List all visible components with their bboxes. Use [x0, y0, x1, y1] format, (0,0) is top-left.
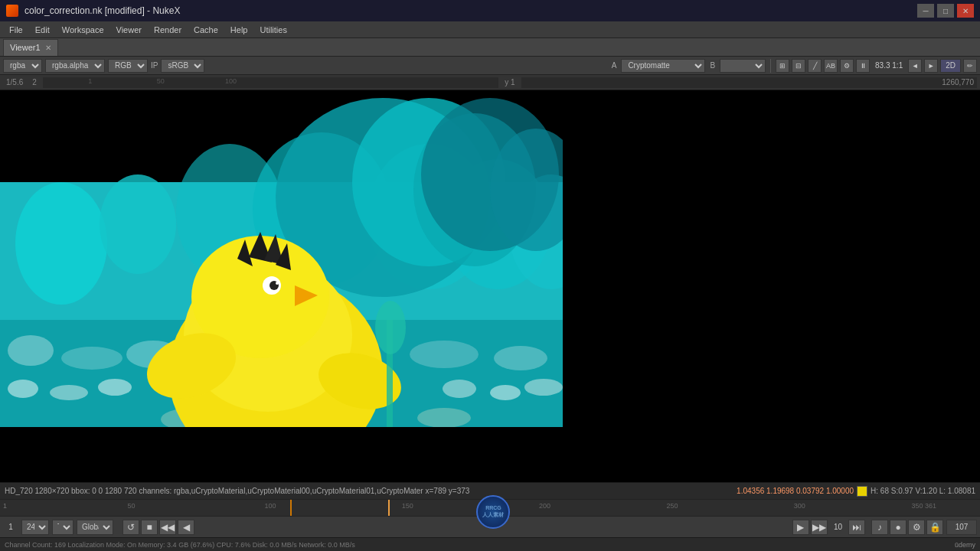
loop-btn[interactable]: ↺ [122, 520, 139, 535]
next-frame-btn[interactable]: ▶▶ [811, 520, 828, 535]
window-title: color_correction.nk [modified] - NukeX [24, 5, 911, 16]
x-coord-label: 1/5.6 [3, 78, 26, 86]
view-2d-button[interactable]: 2D [940, 59, 961, 73]
pen-icon[interactable]: ✏ [963, 59, 977, 73]
lock-btn[interactable]: 🔒 [926, 520, 943, 535]
watermark-logo: RRCG人人素材 [476, 495, 510, 529]
menu-bar: File Edit Workspace Viewer Render Cache … [0, 21, 980, 38]
minimize-button[interactable]: ─ [917, 4, 934, 18]
record-btn[interactable]: ● [890, 520, 906, 535]
horizontal-ruler: 1 50 100 [43, 77, 498, 88]
svg-point-4 [100, 174, 176, 274]
canvas-area[interactable] [0, 90, 563, 427]
menu-render[interactable]: Render [148, 21, 188, 37]
ip-label: IP [151, 61, 158, 70]
timeline-label-50: 50 [127, 502, 135, 510]
fps-select[interactable]: 24* 24 30 [21, 520, 49, 535]
title-bar: color_correction.nk [modified] - NukeX ─… [0, 0, 980, 21]
prev-frame-btn[interactable]: ◀◀ [159, 520, 176, 535]
playhead-1 [290, 500, 292, 516]
svg-point-14 [61, 347, 122, 370]
svg-point-43 [375, 301, 406, 354]
y-coord-label: y 1 [501, 78, 518, 86]
alpha-select[interactable]: rgba.alpha [45, 59, 105, 73]
timeline-label-100: 100 [265, 502, 276, 510]
pause-icon[interactable]: ⏸ [856, 59, 870, 73]
timeline-label-150: 150 [402, 502, 413, 510]
playback-bar: 1 24* 24 30 TF Global ↺ ■ ◀◀ ◀ RRCG人人素材 … [0, 516, 980, 537]
udemy-label: ūdemy [955, 541, 975, 549]
menu-edit[interactable]: Edit [29, 21, 56, 37]
input-b-label: B [708, 61, 717, 70]
svg-point-26 [417, 408, 471, 427]
play-fwd-btn[interactable]: ▶ [792, 520, 809, 535]
channel-select[interactable]: rgba [3, 59, 42, 73]
svg-point-19 [50, 385, 88, 400]
global-select[interactable]: Global [77, 520, 113, 535]
watermark: RRCG人人素材 [476, 495, 510, 529]
viewer-controls-toolbar: rgba rgba.alpha RGB IP sRGB A Cryptomatt… [0, 57, 980, 75]
svg-point-21 [443, 380, 476, 398]
color-values: 1.04356 1.19698 0.03792 1.00000 [737, 487, 854, 495]
ab-icon[interactable]: AB [824, 59, 838, 73]
cryptomatte-section: A Cryptomatte B [610, 59, 766, 73]
zoom-out-icon[interactable]: ◄ [908, 59, 922, 73]
color-swatch [857, 486, 867, 497]
roi-icon[interactable]: ⊞ [776, 59, 789, 73]
svg-point-3 [15, 182, 107, 305]
bottom-status-text: Channel Count: 169 Localization Mode: On… [5, 541, 355, 549]
go-end-btn[interactable]: ⏭ [848, 520, 865, 535]
tab-label: Viewer1 [10, 43, 41, 52]
maximize-button[interactable]: □ [937, 4, 954, 18]
window-controls: ─ □ ✕ [917, 4, 974, 18]
zoom-display: 83.3 1:1 [872, 61, 906, 70]
timeline-label-300: 300 [794, 502, 805, 510]
menu-utilities[interactable]: Utilities [253, 21, 292, 37]
svg-point-22 [490, 385, 521, 400]
close-button[interactable]: ✕ [957, 4, 974, 18]
tf-select[interactable]: TF [52, 520, 74, 535]
playhead-2 [388, 500, 390, 516]
tab-close-button[interactable]: ✕ [45, 44, 51, 52]
vertical-ruler [521, 77, 977, 88]
ruler-bar: 1/5.6 2 1 50 100 y 1 1260,770 [0, 75, 980, 90]
stop-btn[interactable]: ■ [141, 520, 158, 535]
rgb-select[interactable]: RGB [108, 59, 148, 73]
cryptomatte-select[interactable]: Cryptomatte [621, 59, 705, 73]
wipe-icon[interactable]: ╱ [808, 59, 822, 73]
play-rev-btn[interactable]: ◀ [178, 520, 194, 535]
transport-controls: ↺ ■ ◀◀ ◀ [122, 520, 194, 535]
b-input-select[interactable] [720, 59, 766, 73]
zoom-in-icon[interactable]: ► [924, 59, 938, 73]
settings-icon[interactable]: ⚙ [840, 59, 854, 73]
viewport-row [0, 90, 980, 482]
timeline-label-250: 250 [666, 502, 678, 510]
timeline-label-start: 1 [3, 502, 7, 510]
frame-number-left: 1 [3, 523, 18, 531]
menu-cache[interactable]: Cache [188, 21, 224, 37]
svg-point-16 [410, 341, 479, 368]
frame-label: 2 [29, 78, 40, 86]
right-playback-icons: ♪ ● ⚙ 🔒 [871, 520, 943, 535]
audio-btn[interactable]: ♪ [871, 520, 888, 535]
step-size: 10 [834, 523, 842, 531]
svg-point-23 [524, 379, 563, 396]
svg-point-18 [8, 380, 38, 398]
menu-workspace[interactable]: Workspace [56, 21, 110, 37]
viewer1-tab[interactable]: Viewer1 ✕ [3, 39, 58, 56]
svg-point-20 [98, 379, 132, 396]
frame-indicator-right: 107 [946, 520, 977, 535]
svg-point-33 [276, 282, 279, 285]
compare-icon[interactable]: ⊟ [792, 59, 805, 73]
menu-file[interactable]: File [3, 21, 29, 37]
bottom-status-bar: Channel Count: 169 Localization Mode: On… [0, 537, 980, 551]
playback-settings-btn[interactable]: ⚙ [908, 520, 925, 535]
menu-viewer[interactable]: Viewer [110, 21, 148, 37]
scene-svg [0, 90, 563, 427]
status-text: HD_720 980×551 bbox: 0 0 1280 720 chann… [5, 487, 733, 495]
display-select[interactable]: sRGB [161, 59, 204, 73]
timeline-label-200: 200 [539, 502, 550, 510]
menu-help[interactable]: Help [224, 21, 254, 37]
svg-point-13 [8, 335, 54, 366]
right-controls: ⊞ ⊟ ╱ AB ⚙ ⏸ 83.3 1:1 ◄ ► 2D ✏ [776, 59, 977, 73]
